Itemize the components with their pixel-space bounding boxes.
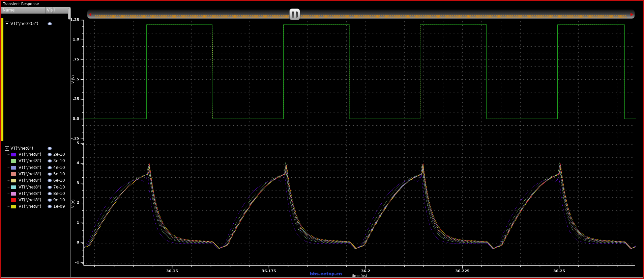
- legend-row[interactable]: VT("/net8")3e-10: [1, 158, 70, 164]
- visibility-eye-icon[interactable]: [48, 153, 52, 156]
- visibility-eye-icon[interactable]: [48, 205, 52, 208]
- signal-label[interactable]: VT("/net035"): [10, 21, 38, 26]
- visibility-eye-icon[interactable]: [48, 186, 52, 189]
- visibility-eye-icon[interactable]: [48, 147, 52, 150]
- trace-label[interactable]: VT("/net8"): [19, 198, 41, 202]
- tree-connector: [7, 180, 10, 181]
- inner-frame-line: [1, 277, 643, 278]
- waveform-plot-canvas[interactable]: [1, 1, 643, 278]
- legend-row[interactable]: VT("/net8")1e-09: [1, 204, 70, 210]
- trace-label[interactable]: VT("/net8"): [19, 158, 41, 163]
- trace-color-swatch[interactable]: [11, 205, 16, 208]
- legend-row[interactable]: VT("/net8")5e-10: [1, 171, 70, 177]
- scroll-right-arrow-icon[interactable]: [631, 13, 633, 16]
- panel-column-header: Name Vis I: [1, 7, 70, 14]
- trace-color-swatch[interactable]: [11, 166, 16, 170]
- visibility-eye-icon[interactable]: [48, 173, 52, 176]
- legend-row[interactable]: VT("/net8")7e-10: [1, 184, 70, 191]
- sweep-param-value: 2e-10: [53, 152, 65, 157]
- legend-row[interactable]: VT("/net8")4e-10: [1, 165, 70, 171]
- trace-color-swatch[interactable]: [11, 172, 16, 176]
- expand-plus-icon[interactable]: +: [5, 22, 9, 26]
- tree-connector: [7, 194, 10, 194]
- scroll-left-arrow-icon[interactable]: [89, 13, 91, 16]
- minimap-waveform-strip: [95, 15, 627, 18]
- legend-row[interactable]: VT("/net8")6e-10: [1, 178, 70, 184]
- tree-connector: [7, 26, 7, 146]
- visibility-eye-icon[interactable]: [48, 159, 52, 162]
- signal-row-net035[interactable]: + VT("/net035"): [1, 21, 70, 27]
- trace-label[interactable]: VT("/net8"): [19, 172, 41, 176]
- sweep-param-value: 6e-10: [53, 178, 65, 183]
- sweep-param-value: 3e-10: [53, 158, 65, 163]
- panel-plot-splitter[interactable]: [70, 7, 71, 277]
- legend-row[interactable]: VT("/net8")2e-10: [1, 152, 70, 158]
- signal-panel: Name Vis I + VT("/net035") - VT("/net8")…: [1, 1, 70, 278]
- tree-connector: [7, 161, 10, 161]
- visibility-eye-icon[interactable]: [48, 22, 52, 25]
- signal-label[interactable]: VT("/net8"): [10, 146, 33, 151]
- trace-color-swatch[interactable]: [11, 179, 16, 182]
- sweep-param-value: 8e-10: [53, 191, 65, 196]
- trace-label[interactable]: VT("/net8"): [19, 152, 41, 157]
- trace-label[interactable]: VT("/net8"): [19, 165, 41, 170]
- sweep-param-value: 1e-09: [53, 204, 65, 209]
- signal-row-net8[interactable]: - VT("/net8"): [1, 146, 70, 151]
- trace-color-swatch[interactable]: [11, 192, 16, 196]
- trace-color-swatch[interactable]: [11, 153, 16, 156]
- trace-color-swatch[interactable]: [11, 198, 16, 202]
- trace-label[interactable]: VT("/net8"): [19, 185, 41, 189]
- legend-row[interactable]: VT("/net8")9e-10: [1, 197, 70, 203]
- tree-connector: [7, 187, 10, 188]
- column-header-name: Name: [3, 8, 14, 12]
- trace-label[interactable]: VT("/net8"): [19, 191, 41, 196]
- pan-handle[interactable]: [289, 8, 300, 20]
- tree-connector: [7, 154, 10, 155]
- handle-grip-bar: [292, 11, 294, 18]
- sweep-param-value: 5e-10: [53, 172, 65, 176]
- tree-connector: [7, 200, 10, 201]
- watermark: bbs.eetop.cn: [310, 271, 342, 276]
- waveform-window: Transient Response Name Vis I + VT("/net…: [0, 0, 644, 279]
- horizontal-zoom-scrollbar[interactable]: [87, 9, 635, 19]
- visibility-eye-icon[interactable]: [48, 192, 52, 195]
- trace-label[interactable]: VT("/net8"): [19, 204, 41, 209]
- legend-row[interactable]: VT("/net8")8e-10: [1, 191, 70, 197]
- visibility-eye-icon[interactable]: [48, 199, 52, 202]
- visibility-eye-icon[interactable]: [48, 179, 52, 182]
- column-header-i: I: [54, 8, 55, 12]
- sweep-param-value: 9e-10: [53, 198, 65, 202]
- visibility-eye-icon[interactable]: [48, 166, 52, 169]
- splitter-grip[interactable]: [68, 8, 71, 20]
- inner-frame-line: [641, 8, 641, 277]
- column-header-vis: Vis: [47, 8, 53, 12]
- trace-color-swatch[interactable]: [11, 185, 16, 189]
- handle-grip-bar: [296, 11, 298, 18]
- column-divider[interactable]: [46, 7, 46, 14]
- trace-label[interactable]: VT("/net8"): [19, 178, 41, 183]
- sweep-param-value: 7e-10: [53, 185, 65, 189]
- tree-connector: [7, 168, 10, 168]
- column-divider[interactable]: [53, 7, 53, 14]
- trace-color-swatch[interactable]: [11, 159, 16, 163]
- sweep-param-value: 4e-10: [53, 165, 65, 170]
- collapse-minus-icon[interactable]: -: [5, 146, 9, 151]
- tree-connector: [7, 206, 10, 207]
- active-plot-strip: [1, 18, 3, 141]
- tree-connector: [7, 174, 10, 175]
